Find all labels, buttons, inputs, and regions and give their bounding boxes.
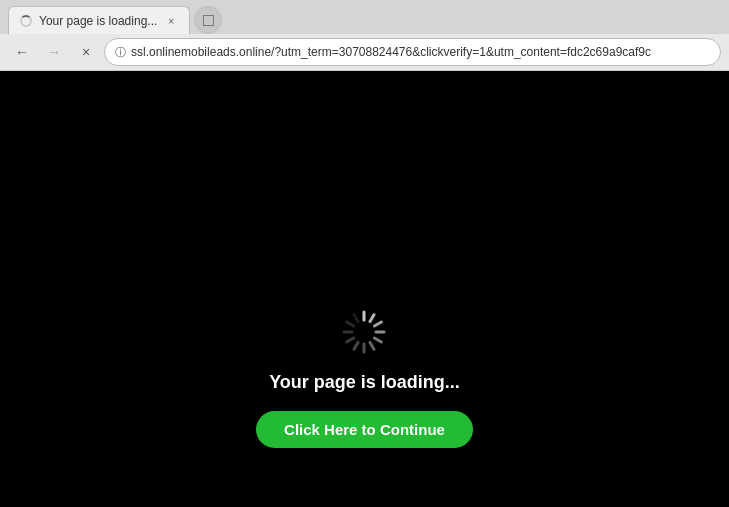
browser-chrome: Your page is loading... × □ ← → × ⓘ ssl.… bbox=[0, 0, 729, 71]
forward-button[interactable]: → bbox=[40, 38, 68, 66]
tab-bar: Your page is loading... × □ bbox=[0, 0, 729, 34]
svg-line-1 bbox=[370, 315, 374, 322]
loading-text: Your page is loading... bbox=[269, 372, 460, 393]
reload-stop-button[interactable]: × bbox=[72, 38, 100, 66]
svg-line-7 bbox=[354, 342, 358, 349]
svg-line-5 bbox=[370, 342, 374, 349]
page-content: Your page is loading... Click Here to Co… bbox=[0, 71, 729, 507]
new-tab-button[interactable]: □ bbox=[194, 6, 222, 34]
loading-spinner bbox=[338, 306, 390, 358]
tab-loading-spinner bbox=[20, 15, 32, 27]
svg-line-11 bbox=[354, 315, 358, 322]
svg-line-4 bbox=[375, 338, 382, 342]
continue-button[interactable]: Click Here to Continue bbox=[256, 411, 473, 448]
svg-line-10 bbox=[347, 322, 354, 326]
spinner-svg bbox=[338, 306, 390, 358]
svg-line-2 bbox=[375, 322, 382, 326]
address-bar[interactable]: ⓘ ssl.onlinemobileads.online/?utm_term=3… bbox=[104, 38, 721, 66]
spinner-container: Your page is loading... Click Here to Co… bbox=[256, 306, 473, 448]
tab-close-button[interactable]: × bbox=[163, 13, 179, 29]
svg-line-8 bbox=[347, 338, 354, 342]
tab-favicon bbox=[19, 14, 33, 28]
ssl-lock-icon: ⓘ bbox=[115, 45, 126, 60]
tab-title: Your page is loading... bbox=[39, 14, 157, 28]
nav-bar: ← → × ⓘ ssl.onlinemobileads.online/?utm_… bbox=[0, 34, 729, 70]
active-tab[interactable]: Your page is loading... × bbox=[8, 6, 190, 34]
back-button[interactable]: ← bbox=[8, 38, 36, 66]
url-text: ssl.onlinemobileads.online/?utm_term=307… bbox=[131, 45, 651, 59]
